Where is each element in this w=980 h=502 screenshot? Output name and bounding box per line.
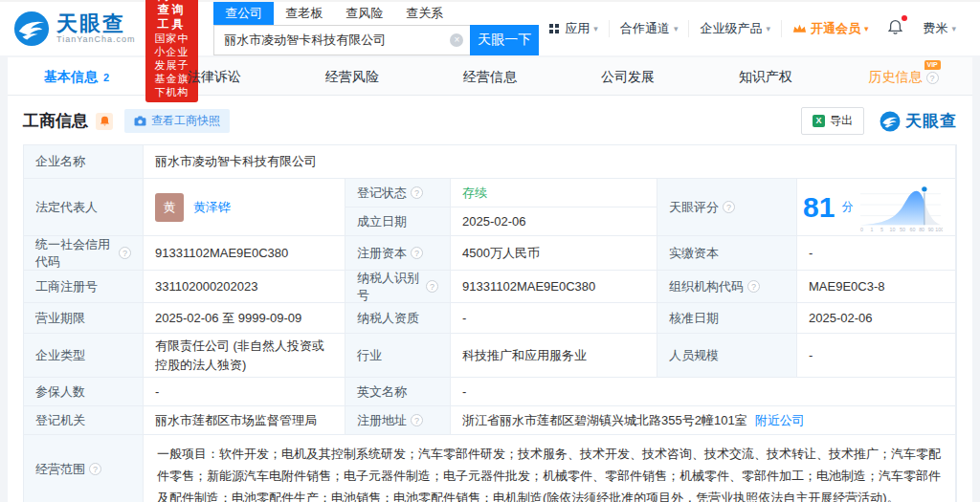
help-icon[interactable]: ? [926,72,939,84]
search-tab-boss[interactable]: 查老板 [274,2,334,25]
nav-user[interactable]: 费米 ▾ [912,20,967,37]
score-value: 81 [803,193,835,222]
field-label-credit-code: 统一社会信用代码 ? [24,236,144,271]
field-value-paid-capital: - [797,236,956,271]
svg-text:100: 100 [936,226,944,231]
notifications-bell[interactable] [879,19,912,39]
field-label-company-type: 企业类型 [24,334,144,378]
help-icon[interactable]: ? [723,201,735,213]
svg-text:60: 60 [910,226,916,231]
help-icon[interactable]: ? [747,280,760,293]
tab-operating-risk[interactable]: 经营风险 [283,57,421,95]
nav-channel[interactable]: 合作通道 ▾ [609,20,689,37]
help-icon[interactable]: ? [89,463,101,475]
chevron-down-icon: ▾ [951,24,956,33]
brand-logo[interactable]: 天眼查 TianYanCha.com [13,11,136,47]
field-label-legal-rep: 法定代表人 [24,179,144,236]
business-info-section-header: 工商信息 查看工商快照 X 导出 [8,96,972,144]
nav-apps[interactable]: 应用 ▾ [539,20,609,37]
score-distribution-chart: 0 1 5 10 50 60 80 90 100 [858,183,943,232]
bell-icon [887,19,903,35]
nav-open-vip[interactable]: 开通会员 ▾ [781,20,880,37]
crown-icon [792,23,807,34]
export-button[interactable]: X 导出 [801,107,864,135]
field-label-paid-capital: 实缴资本 [657,236,797,271]
tab-operating-info[interactable]: 经营信息 [421,57,559,95]
notification-dot [902,15,907,21]
legal-rep-name-link[interactable]: 黄泽铧 [193,199,231,216]
field-label-insured-count: 参保人数 [24,378,144,406]
nav-enterprise-label: 企业级产品 [700,20,762,37]
field-label-business-scope: 经营范围 ? [24,435,144,502]
field-label-reg-status: 登记状态 ? [345,179,451,207]
help-icon[interactable]: ? [411,186,423,199]
search-input[interactable] [213,25,470,55]
field-label-taxpayer-id: 纳税人识别号 ? [345,271,451,303]
svg-text:80: 80 [920,226,925,231]
monitor-alert-icon[interactable] [96,113,113,130]
section-title: 工商信息 [23,110,88,132]
vip-badge: VIP [924,60,941,70]
help-icon[interactable]: ? [411,414,423,426]
field-value-credit-code: 91331102MAE9E0C380 [144,236,345,271]
export-label: 导出 [830,113,853,129]
search-button[interactable]: 天眼一下 [470,25,539,55]
company-detail-card: 基本信息 2 法律诉讼 经营风险 经营信息 公司发展 知识产权 历史信息VIP?… [8,57,972,502]
field-label-taxpayer-qualification: 纳税人资质 [345,303,451,334]
svg-text:5: 5 [880,226,883,231]
tab-legal[interactable]: 法律诉讼 [145,57,283,95]
view-snapshot-button[interactable]: 查看工商快照 [124,109,230,133]
search-area: 查公司 查老板 查风险 查关系 × 天眼一下 [213,2,539,55]
camera-icon [134,116,146,126]
svg-text:50: 50 [900,226,905,231]
field-label-establish-date: 成立日期 [345,207,451,236]
apps-grid-icon [549,24,559,33]
tab-company-development[interactable]: 公司发展 [559,57,697,95]
nav-channel-label: 合作通道 [620,20,670,37]
field-label-company-name: 企业名称 [24,145,144,179]
nav-open-vip-label: 开通会员 [811,20,860,37]
tab-intellectual-property[interactable]: 知识产权 [697,57,835,95]
field-label-tyc-score: 天眼评分 ? [657,179,797,236]
bell-icon [100,116,110,127]
svg-text:1: 1 [871,226,874,231]
help-icon[interactable]: ? [119,247,131,259]
field-value-company-type: 有限责任公司 (非自然人投资或控股的法人独资) [144,334,345,378]
excel-icon: X [813,115,825,127]
field-label-approval-date: 核准日期 [657,303,797,334]
tab-basic-info-badge: 2 [103,72,109,83]
search-tab-risk[interactable]: 查风险 [334,2,394,25]
field-value-reg-address: 浙江省丽水市莲都区碧湖镇兴城北路355号2幢101室 附近公司 [451,406,956,435]
help-icon[interactable]: ? [426,280,438,293]
org-code-label-text: 组织机构代码 [669,278,744,295]
nav-apps-label: 应用 [565,20,590,37]
nav-enterprise[interactable]: 企业级产品 ▾ [688,20,781,37]
tab-basic-info-label: 基本信息 [44,69,98,84]
field-value-legal-rep: 黄 黄泽铧 [144,179,345,236]
tyc-score-cell: 81 分 0 1 5 [797,179,956,236]
business-info-table: 企业名称 丽水市凌动智卡科技有限公司 法定代表人 黄 黄泽铧 登记状态 ? 存续… [23,144,957,502]
reg-address-text: 浙江省丽水市莲都区碧湖镇兴城北路355号2幢101室 [462,412,747,429]
brand-domain: TianYanCha.com [56,34,136,44]
legal-rep-avatar[interactable]: 黄 [155,193,184,222]
tab-basic-info[interactable]: 基本信息 2 [8,57,145,95]
field-label-reg-capital: 注册资本 ? [345,236,451,271]
tab-history-info[interactable]: 历史信息VIP? [835,57,972,95]
search-tab-relation[interactable]: 查关系 [394,2,455,25]
field-value-english-name: - [451,378,956,406]
field-value-approval-date: 2025-02-06 [797,303,956,334]
tyc-score-label-text: 天眼评分 [669,199,719,216]
tianyancha-logo-icon [880,111,901,132]
help-icon[interactable]: ? [411,247,423,259]
reg-status-label-text: 登记状态 [357,185,407,202]
field-value-taxpayer-id: 91331102MAE9E0C380 [451,271,657,303]
field-value-insured-count: - [144,378,345,406]
field-label-registry-authority: 登记机关 [24,406,144,435]
nav-user-label: 费米 [923,20,947,37]
field-value-org-code: MAE9E0C3-8 [797,271,956,303]
svg-text:90: 90 [928,226,934,231]
search-tab-company[interactable]: 查公司 [213,2,274,25]
chevron-down-icon: ▾ [674,24,679,33]
field-value-registry-authority: 丽水市莲都区市场监督管理局 [144,406,345,435]
nearby-companies-link[interactable]: 附近公司 [755,412,805,429]
